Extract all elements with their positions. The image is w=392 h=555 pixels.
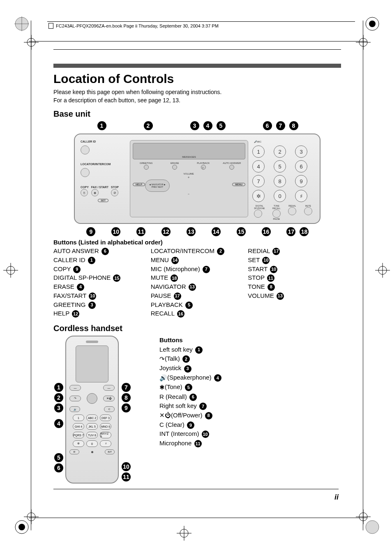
crop-line-bottom: [29, 518, 367, 518]
top-rule: [53, 49, 341, 50]
handset-buttons-title: Buttons: [159, 336, 221, 345]
handset-button-item: C (Clear) 9: [159, 420, 221, 430]
keypad-key: 6: [295, 160, 307, 173]
crosshair-icon: [24, 35, 39, 50]
crosshair-icon: [177, 526, 191, 541]
handset-button-label: Left soft key: [159, 346, 194, 353]
off-power-button: ✕⏻: [103, 396, 115, 401]
registration-mark-icon: [365, 16, 380, 31]
handset-button-label: Joystick: [159, 364, 183, 371]
bottom-rule: [53, 489, 339, 489]
help-button: HELP: [133, 183, 145, 186]
handset-keypad-key: 0: [86, 440, 98, 447]
callout-number: 15: [113, 274, 120, 282]
speaker-icon: 🔊: [159, 373, 167, 383]
handset-earpiece: [86, 341, 98, 343]
button-label: CALLER ID: [53, 256, 87, 263]
joystick: [87, 393, 97, 404]
header-text: FC243AL-PFQX2096ZA-en.book Page ii Thurs…: [56, 23, 219, 28]
button-label: DIGITAL SP-PHONE: [53, 274, 112, 281]
callout-number: 2: [144, 121, 153, 130]
callout-number: 5: [185, 384, 192, 391]
callout-number: 8: [267, 283, 275, 291]
callout-number: 9: [187, 421, 194, 429]
callout-number: 6: [263, 121, 272, 130]
locator-button: [81, 168, 90, 177]
callout-number: 12: [161, 227, 171, 236]
handset-button-label: INT (Intercom): [159, 430, 201, 437]
handset-screen: [76, 345, 108, 382]
crosshair-icon: [3, 263, 18, 278]
handset-button-item: R (Recall) 6: [159, 392, 221, 402]
caller-id-button: [81, 145, 90, 154]
handset-keypad-key: DEF 3: [100, 415, 111, 421]
callout-number: 13: [277, 292, 284, 300]
callout-number: 3: [190, 121, 199, 130]
button-list-item: DIGITAL SP-PHONE 15: [53, 273, 147, 282]
mute-button: [304, 207, 312, 215]
button-label: MENU: [151, 256, 171, 263]
crosshair-icon: [356, 35, 371, 50]
left-soft-key: —: [69, 385, 81, 391]
handset-keypad-key: WXYZ 9: [100, 432, 111, 438]
callout-number: 10: [202, 431, 209, 438]
callout-number: 14: [212, 227, 221, 236]
microphone-icon: [91, 451, 93, 453]
callout-number: 17: [272, 248, 280, 255]
button-list-item: LOCATOR/INTERCOM 2: [151, 246, 244, 256]
button-list-item: RECALL 16: [151, 309, 244, 318]
base-unit-device: CALLER ID LOCATOR/INTERCOM COPY ⎘ FAX / …: [74, 134, 321, 224]
callout-number: 1: [97, 121, 106, 130]
intro-text: Please keep this page open when followin…: [53, 88, 341, 104]
handset-button-item: Left soft key 1: [159, 345, 221, 355]
callout-number: 7: [199, 403, 207, 410]
callout-number: 8: [289, 121, 298, 130]
button-label: GREETING: [53, 301, 88, 308]
callout-number: 13: [189, 283, 196, 291]
callout-number: 4: [203, 121, 212, 130]
callout-number: 5: [185, 302, 193, 309]
handset-button-label: (Speakerphone): [167, 374, 213, 381]
callout-number: 16: [177, 310, 184, 318]
keypad-key: 0: [274, 190, 286, 202]
keypad-key: 9: [295, 175, 307, 187]
keypad-key: ♯: [295, 190, 307, 202]
tone-icon: ✱: [159, 383, 165, 392]
intro-line-1: Please keep this page open when followin…: [53, 88, 341, 97]
callout-number: 17: [286, 227, 295, 236]
button-label: FAX/START: [53, 292, 88, 299]
fax-start-button: ◈: [91, 189, 99, 196]
callout-number: 10: [262, 257, 270, 264]
handset-button-label: (Tone): [165, 383, 184, 390]
keypad-key: 4: [252, 160, 265, 173]
button-list-item: PLAYBACK 5: [151, 300, 244, 309]
button-label: HELP: [53, 310, 71, 317]
handset-keypad-key: 1: [73, 415, 84, 421]
menu-button: MENU: [232, 183, 245, 186]
button-list-item: ERASE 4: [53, 282, 147, 291]
handset-button-label: C (Clear): [159, 421, 186, 428]
callout-number: 6: [189, 394, 197, 401]
callout-number: 10: [122, 462, 131, 471]
svg-point-7: [18, 524, 25, 530]
base-unit-diagram: 12345678 CALLER ID LOCATOR/INTERCOM COPY…: [66, 121, 329, 236]
button-label: REDIAL: [248, 247, 272, 254]
callout-number: 9: [86, 227, 95, 236]
callout-number: 17: [174, 292, 181, 300]
button-list-item: MIC (Microphone) 7: [151, 265, 244, 274]
button-label: PLAYBACK: [151, 301, 184, 308]
label-stop: STOP: [111, 186, 119, 189]
book-icon: [48, 23, 53, 29]
callout-number: 3: [184, 365, 191, 373]
intercom-button: INT: [105, 449, 115, 454]
handset-buttons-list: Buttons Left soft key 1↷ (Talk) 2Joystic…: [159, 336, 221, 448]
handset-button-item: ↷ (Talk) 2: [159, 354, 221, 364]
base-buttons-list: AUTO ANSWER 6CALLER ID 1COPY 9DIGITAL SP…: [53, 246, 341, 318]
label-copy: COPY: [81, 186, 89, 189]
right-soft-key: —: [103, 385, 115, 391]
callout-number: 13: [187, 227, 196, 236]
callout-number: 6: [101, 248, 109, 255]
navigator-pad: ◀ NAVIGATOR ▶ PREV NEXT: [145, 180, 170, 192]
callout-number: 1: [54, 383, 63, 392]
callout-number: 8: [205, 412, 212, 419]
